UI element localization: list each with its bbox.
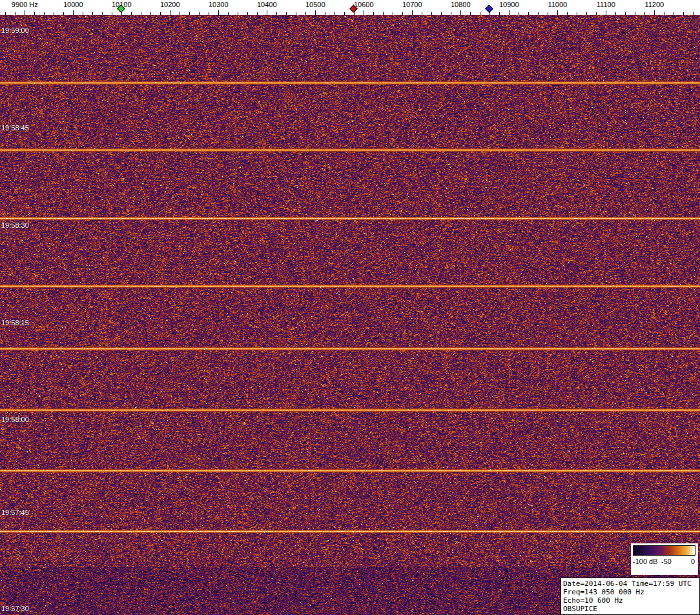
- ruler-tick: [315, 10, 316, 15]
- colorbar-labels: -100 dB -50 0: [631, 558, 698, 567]
- ruler-tick: [73, 10, 74, 15]
- ruler-tick: [460, 10, 461, 15]
- frequency-ruler[interactable]: 9900 Hz100001010010200103001040010500106…: [0, 0, 700, 15]
- info-frequency: Freq=143 050 000 Hz: [563, 588, 697, 596]
- ruler-label: 10900: [499, 1, 519, 8]
- ruler-label: 10000: [63, 1, 83, 8]
- ruler-label: 10800: [451, 1, 471, 8]
- ruler-label: 11200: [644, 1, 664, 8]
- colorbar-min-label: -100 dB: [633, 558, 658, 565]
- blue-marker-icon[interactable]: [485, 5, 493, 13]
- ruler-tick: [25, 10, 25, 15]
- ruler-label: 10600: [354, 1, 374, 8]
- ruler-label: 11000: [548, 1, 567, 8]
- ruler-tick: [509, 10, 510, 15]
- ruler-label: 10400: [257, 1, 277, 8]
- ruler-tick: [364, 10, 364, 15]
- spectrogram-window: 9900 Hz100001010010200103001040010500106…: [0, 0, 700, 615]
- ruler-tick: [170, 10, 170, 15]
- ruler-label: 10500: [305, 1, 325, 8]
- ruler-tick: [557, 10, 558, 15]
- ruler-label: 9900 Hz: [12, 1, 38, 8]
- info-overlay: Date=2014-06-04 Time=17:59 UTC Freq=143 …: [561, 578, 700, 615]
- ruler-tick: [606, 10, 606, 15]
- info-station: OBSUPICE: [563, 605, 697, 613]
- colorbar-max-label: 0: [691, 558, 695, 565]
- waterfall-display[interactable]: [0, 15, 700, 615]
- colorbar-gradient[interactable]: [633, 545, 695, 556]
- amplitude-colorbar[interactable]: -100 dB -50 0: [631, 543, 698, 575]
- ruler-label: 11100: [597, 1, 615, 8]
- ruler-tick: [218, 10, 219, 15]
- ruler-tick: [654, 10, 655, 15]
- ruler-tick: [412, 10, 413, 15]
- colorbar-mid-label: -50: [661, 558, 672, 565]
- info-echo: Echo=10 600 Hz: [563, 596, 697, 605]
- ruler-tick: [267, 10, 267, 15]
- ruler-label: 10300: [209, 1, 229, 8]
- ruler-label: 10200: [160, 1, 180, 8]
- ruler-label: 10700: [402, 1, 422, 8]
- info-date-time: Date=2014-06-04 Time=17:59 UTC: [563, 580, 697, 588]
